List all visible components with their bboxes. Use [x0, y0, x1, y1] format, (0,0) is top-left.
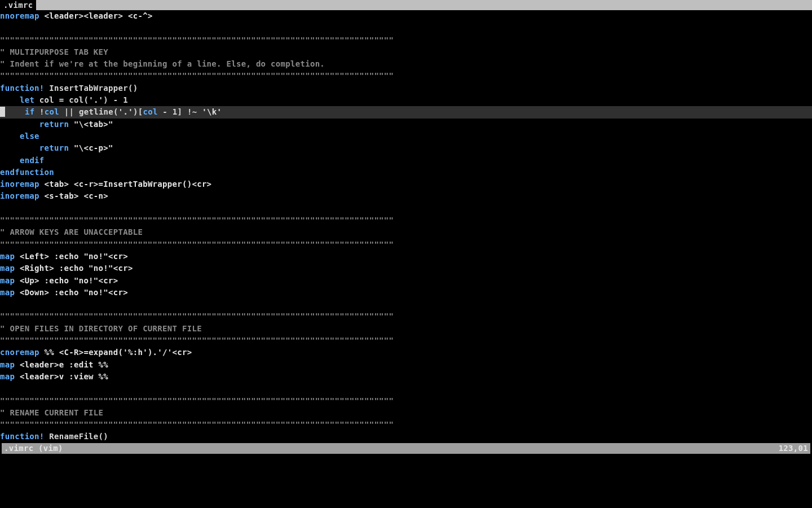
code-line: return "\<c-p>": [0, 142, 812, 154]
code-line: [0, 22, 812, 34]
status-pos: 123,01: [779, 443, 808, 454]
code-line: function! InsertTabWrapper(): [0, 82, 812, 94]
code-line: cnoremap %% <C-R>=expand('%:h').'/'<cr>: [0, 347, 812, 358]
code-line: else: [0, 130, 812, 142]
code-line: nnoremap <leader><leader> <c-^>: [0, 10, 812, 22]
code-line: """"""""""""""""""""""""""""""""""""""""…: [0, 310, 812, 322]
code-line: map <Down> :echo "no!"<cr>: [0, 287, 812, 299]
code-line: """"""""""""""""""""""""""""""""""""""""…: [0, 214, 812, 226]
code-line: [0, 383, 812, 395]
code-line: """"""""""""""""""""""""""""""""""""""""…: [0, 419, 812, 431]
code-line: let col = col('.') - 1: [0, 94, 812, 106]
code-line: [0, 299, 812, 310]
status-bar: .vimrc (vim) 123,01: [2, 443, 810, 454]
code-line: """"""""""""""""""""""""""""""""""""""""…: [0, 395, 812, 407]
code-line: inoremap <s-tab> <c-n>: [0, 190, 812, 202]
code-line: map <leader>e :edit %%: [0, 359, 812, 371]
code-line: inoremap <tab> <c-r>=InsertTabWrapper()<…: [0, 178, 812, 190]
code-line: endfunction: [0, 167, 812, 178]
code-line: " OPEN FILES IN DIRECTORY OF CURRENT FIL…: [0, 323, 812, 335]
code-line: map <leader>v :view %%: [0, 371, 812, 383]
code-line: function! RenameFile(): [0, 431, 812, 443]
code-line-current: if !col || getline('.')[col - 1] !~ '\k': [0, 106, 812, 118]
code-line: " RENAME CURRENT FILE: [0, 407, 812, 419]
code-line: map <Left> :echo "no!"<cr>: [0, 251, 812, 262]
code-line: endif: [0, 155, 812, 167]
editor-buffer[interactable]: nnoremap <leader><leader> <c-^> """"""""…: [0, 10, 812, 443]
tab-bar: .vimrc: [0, 0, 812, 10]
code-line: """"""""""""""""""""""""""""""""""""""""…: [0, 335, 812, 347]
code-line: """"""""""""""""""""""""""""""""""""""""…: [0, 70, 812, 82]
code-line: map <Up> :echo "no!"<cr>: [0, 275, 812, 287]
code-line: """"""""""""""""""""""""""""""""""""""""…: [0, 34, 812, 46]
status-file: .vimrc (vim): [4, 443, 63, 454]
tab-vimrc[interactable]: .vimrc: [0, 0, 36, 10]
code-line: " Indent if we're at the beginning of a …: [0, 58, 812, 70]
code-line: return "\<tab>": [0, 119, 812, 130]
code-line: [0, 203, 812, 214]
code-line: " ARROW KEYS ARE UNACCEPTABLE: [0, 226, 812, 238]
cursor: [0, 107, 5, 117]
code-line: " MULTIPURPOSE TAB KEY: [0, 46, 812, 58]
code-line: """"""""""""""""""""""""""""""""""""""""…: [0, 239, 812, 251]
code-line: map <Right> :echo "no!"<cr>: [0, 262, 812, 274]
